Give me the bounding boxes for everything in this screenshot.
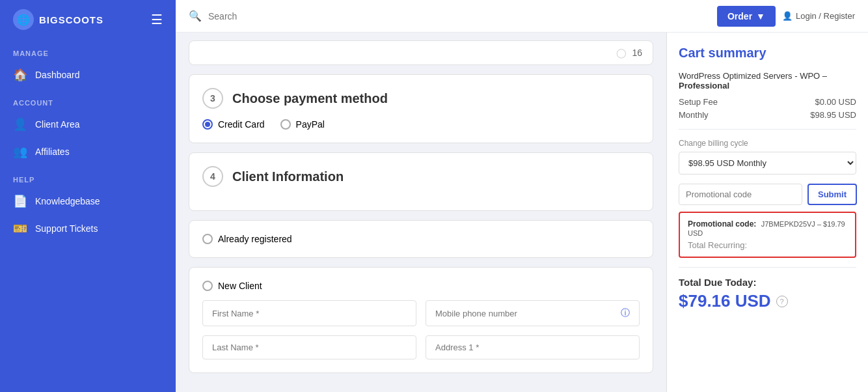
chevron-down-icon: ▼ bbox=[756, 11, 765, 21]
payment-method-section: 3 Choose payment method Credit Card PayP… bbox=[189, 74, 653, 143]
topnav-right: Order ▼ 👤 Login / Register bbox=[717, 6, 855, 27]
paypal-option[interactable]: PayPal bbox=[280, 119, 325, 130]
payment-options: Credit Card PayPal bbox=[202, 119, 640, 130]
last-name-field[interactable] bbox=[202, 335, 416, 359]
user-circle-icon: 👤 bbox=[782, 11, 793, 21]
first-name-field[interactable] bbox=[202, 300, 416, 326]
logo-icon: 🌐 bbox=[13, 9, 34, 30]
sidebar: 🌐 BIGSCOOTS ☰ MANAGE 🏠 Dashboard ACCOUNT… bbox=[0, 0, 176, 392]
step3-title: Choose payment method bbox=[232, 91, 388, 106]
step3-badge: 3 bbox=[202, 88, 223, 109]
sidebar-item-client-area[interactable]: 👤 Client Area bbox=[0, 111, 176, 138]
promo-submit-button[interactable]: Submit bbox=[807, 184, 857, 205]
credit-card-label: Credit Card bbox=[218, 119, 265, 130]
promo-applied-line: Promotional code: J7BMEPKD25VJ – $19.79 … bbox=[688, 219, 847, 238]
sidebar-item-label-client-area: Client Area bbox=[35, 119, 79, 130]
home-icon: 🏠 bbox=[13, 68, 27, 82]
setup-fee-value: $0.00 USD bbox=[815, 97, 856, 107]
hamburger-menu[interactable]: ☰ bbox=[151, 12, 163, 27]
new-client-label: New Client bbox=[218, 281, 262, 291]
step4-header: 4 Client Information bbox=[202, 166, 640, 187]
monthly-label: Monthly bbox=[679, 110, 709, 120]
sidebar-item-knowledgebase[interactable]: 📄 Knowledgebase bbox=[0, 188, 176, 215]
section-label-account: ACCOUNT bbox=[0, 89, 176, 111]
already-registered-section: Already registered bbox=[189, 220, 653, 258]
user-icon: 👤 bbox=[13, 117, 27, 132]
login-register-link[interactable]: 👤 Login / Register bbox=[782, 11, 855, 21]
total-due-label: Total Due Today: bbox=[679, 277, 756, 288]
logo-globe-icon: 🌐 bbox=[17, 14, 30, 26]
already-registered-radio[interactable] bbox=[202, 234, 213, 244]
sidebar-item-affiliates[interactable]: 👥 Affiliates bbox=[0, 138, 176, 165]
sidebar-section-account: ACCOUNT 👤 Client Area 👥 Affiliates bbox=[0, 89, 176, 165]
step4-header-card: 4 Client Information bbox=[189, 152, 653, 211]
main-area: 🔍 Order ▼ 👤 Login / Register ◯ 16 bbox=[176, 0, 868, 392]
step3-header: 3 Choose payment method bbox=[202, 88, 640, 109]
order-button[interactable]: Order ▼ bbox=[717, 6, 776, 27]
new-client-section: New Client ⓘ bbox=[189, 267, 653, 373]
cart-monthly-row: Monthly $98.95 USD bbox=[679, 110, 856, 120]
logo-area: 🌐 BIGSCOOTS bbox=[13, 9, 103, 30]
already-registered-option[interactable]: Already registered bbox=[202, 234, 640, 244]
sidebar-section-manage: MANAGE 🏠 Dashboard bbox=[0, 39, 176, 89]
mobile-phone-field-wrapper[interactable]: ⓘ bbox=[426, 300, 640, 326]
step2-radio: ◯ bbox=[616, 48, 627, 58]
step4-section: 4 Client Information Already registered bbox=[189, 152, 653, 373]
search-icon: 🔍 bbox=[189, 10, 202, 22]
paypal-label: PayPal bbox=[296, 119, 325, 130]
monthly-value: $98.95 USD bbox=[810, 110, 856, 120]
sidebar-item-label-dashboard: Dashboard bbox=[35, 70, 80, 80]
sidebar-item-support-tickets[interactable]: 🎫 Support Tickets bbox=[0, 215, 176, 242]
total-due-amount: $79.16 USD bbox=[679, 291, 771, 311]
sidebar-section-help: HELP 📄 Knowledgebase 🎫 Support Tickets bbox=[0, 165, 176, 242]
address-field[interactable] bbox=[426, 335, 640, 359]
brand-name: BIGSCOOTS bbox=[39, 14, 103, 25]
help-circle-icon: ⓘ bbox=[621, 307, 630, 319]
step4-badge: 4 bbox=[202, 166, 223, 187]
paypal-radio[interactable] bbox=[280, 119, 291, 130]
total-due-help-icon[interactable]: ? bbox=[776, 296, 788, 307]
setup-fee-label: Setup Fee bbox=[679, 97, 718, 107]
billing-cycle-select[interactable]: $98.95 USD Monthly bbox=[679, 152, 856, 175]
section-label-help: HELP bbox=[0, 165, 176, 188]
order-button-label: Order bbox=[727, 11, 752, 21]
center-content: ◯ 16 3 Choose payment method Credit Card bbox=[176, 33, 666, 392]
promo-applied-label: Promotional code: bbox=[688, 219, 756, 229]
step2-indicator: ◯ 16 bbox=[189, 40, 653, 65]
promo-code-input[interactable] bbox=[679, 184, 802, 205]
credit-card-radio[interactable] bbox=[202, 119, 213, 130]
topnav: 🔍 Order ▼ 👤 Login / Register bbox=[176, 0, 868, 33]
sidebar-item-dashboard[interactable]: 🏠 Dashboard bbox=[0, 61, 176, 89]
book-icon: 📄 bbox=[13, 194, 27, 208]
content-row: ◯ 16 3 Choose payment method Credit Card bbox=[176, 33, 868, 392]
credit-card-option[interactable]: Credit Card bbox=[202, 119, 265, 130]
step2-value: 16 bbox=[632, 48, 642, 58]
sidebar-item-label-support-tickets: Support Tickets bbox=[35, 223, 98, 234]
total-due-row: $79.16 USD ? bbox=[679, 291, 856, 311]
cart-product-name: WordPress Optimized Servers - WPO – Prof… bbox=[679, 71, 856, 91]
affiliates-icon: 👥 bbox=[13, 145, 27, 159]
search-input[interactable] bbox=[208, 11, 338, 21]
step4-title: Client Information bbox=[232, 169, 344, 184]
sidebar-item-label-affiliates: Affiliates bbox=[35, 147, 70, 157]
promo-row: Submit bbox=[679, 184, 856, 205]
new-client-option[interactable]: New Client bbox=[202, 281, 640, 291]
billing-cycle-label: Change billing cycle bbox=[679, 139, 856, 148]
ticket-icon: 🎫 bbox=[13, 221, 27, 236]
total-recurring-label: Total Recurring: bbox=[688, 240, 847, 250]
mobile-phone-input[interactable] bbox=[435, 309, 618, 318]
right-panel: Cart summary WordPress Optimized Servers… bbox=[666, 33, 868, 392]
form-row-1: ⓘ bbox=[202, 300, 640, 326]
already-registered-label: Already registered bbox=[218, 234, 292, 244]
login-register-label: Login / Register bbox=[796, 11, 855, 21]
cart-setup-fee-row: Setup Fee $0.00 USD bbox=[679, 97, 856, 107]
form-row-2 bbox=[202, 335, 640, 359]
sidebar-header: 🌐 BIGSCOOTS ☰ bbox=[0, 0, 176, 39]
section-label-manage: MANAGE bbox=[0, 39, 176, 61]
sidebar-item-label-knowledgebase: Knowledgebase bbox=[35, 196, 100, 206]
promo-applied-box: Promotional code: J7BMEPKD25VJ – $19.79 … bbox=[679, 212, 856, 258]
cart-title: Cart summary bbox=[679, 46, 856, 61]
new-client-radio[interactable] bbox=[202, 281, 213, 291]
total-due-section: Total Due Today: $79.16 USD ? bbox=[679, 277, 856, 311]
